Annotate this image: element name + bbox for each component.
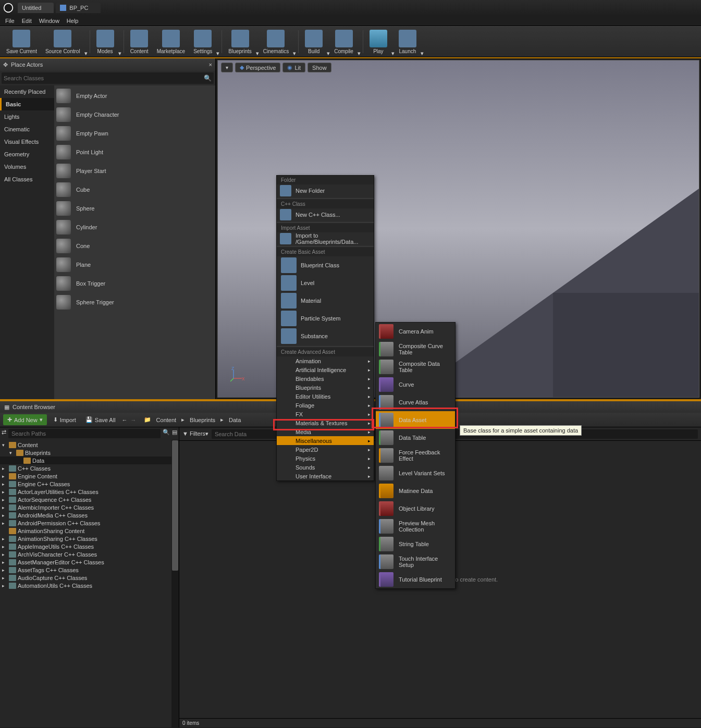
tree-node-animationsharing-content[interactable]: AnimationSharing Content bbox=[0, 527, 179, 535]
advanced-artificial-intelligence[interactable]: Artificial Intelligence▸ bbox=[277, 365, 374, 374]
actor-point-light[interactable]: Point Light bbox=[54, 143, 215, 162]
menu-file[interactable]: File bbox=[5, 18, 15, 24]
advanced-animation[interactable]: Animation▸ bbox=[277, 356, 374, 365]
tree-node-appleimageutils-c-classes[interactable]: ▸AppleImageUtils C++ Classes bbox=[0, 542, 179, 550]
submenu-level-variant-sets[interactable]: Level Variant Sets bbox=[376, 464, 455, 482]
lit-button[interactable]: ◉Lit bbox=[282, 63, 305, 72]
actor-sphere-trigger[interactable]: Sphere Trigger bbox=[54, 293, 215, 312]
save-current-button[interactable]: Save Current bbox=[2, 27, 41, 57]
submenu-composite-curve-table[interactable]: Composite Curve Table bbox=[376, 340, 455, 358]
tree-node-engine-content[interactable]: ▸Engine Content bbox=[0, 472, 179, 480]
launch-button[interactable]: Launch bbox=[395, 27, 421, 57]
tree-node-assetmanagereditor-c-classes[interactable]: ▸AssetManagerEditor C++ Classes bbox=[0, 558, 179, 566]
tree-node-audiocapture-c-classes[interactable]: ▸AudioCapture C++ Classes bbox=[0, 574, 179, 582]
basic-blueprint-class[interactable]: Blueprint Class bbox=[277, 256, 374, 274]
category-visual-effects[interactable]: Visual Effects bbox=[0, 135, 54, 148]
menu-window[interactable]: Window bbox=[39, 18, 59, 24]
perspective-button[interactable]: ◆Perspective bbox=[235, 63, 280, 72]
launch-dropdown-icon[interactable]: ▾ bbox=[421, 50, 424, 57]
tab-bp-pc[interactable]: BP_PC bbox=[56, 3, 101, 13]
actor-cone[interactable]: Cone bbox=[54, 237, 215, 255]
submenu-camera-anim[interactable]: Camera Anim bbox=[376, 323, 455, 340]
source-control-dropdown-icon[interactable]: ▾ bbox=[84, 50, 88, 57]
advanced-physics[interactable]: Physics▸ bbox=[277, 454, 374, 463]
submenu-force-feedback-effect[interactable]: Force Feedback Effect bbox=[376, 447, 455, 464]
save-all-button[interactable]: 💾Save All bbox=[82, 414, 119, 425]
category-all-classes[interactable]: All Classes bbox=[0, 173, 54, 186]
basic-substance[interactable]: Substance bbox=[277, 327, 374, 345]
settings-dropdown-icon[interactable]: ▾ bbox=[216, 50, 219, 57]
actor-empty-character[interactable]: Empty Character bbox=[54, 105, 215, 124]
new-cpp-class-item[interactable]: New C++ Class... bbox=[277, 208, 374, 221]
submenu-matinee-data[interactable]: Matinee Data bbox=[376, 482, 455, 500]
submenu-curve[interactable]: Curve bbox=[376, 376, 455, 393]
actor-player-start[interactable]: Player Start bbox=[54, 162, 215, 180]
build-button[interactable]: Build bbox=[301, 27, 327, 57]
submenu-curve-atlas[interactable]: Curve Atlas bbox=[376, 393, 455, 411]
tree-node-alembicimporter-c-classes[interactable]: ▸AlembicImporter C++ Classes bbox=[0, 503, 179, 511]
category-volumes[interactable]: Volumes bbox=[0, 161, 54, 173]
blueprints-button[interactable]: Blueprints bbox=[224, 27, 255, 57]
advanced-blendables[interactable]: Blendables▸ bbox=[277, 374, 374, 383]
breadcrumb-content[interactable]: Content bbox=[155, 416, 178, 424]
advanced-editor-utilities[interactable]: Editor Utilities▸ bbox=[277, 392, 374, 401]
category-lights[interactable]: Lights bbox=[0, 110, 54, 123]
tree-node-androidmedia-c-classes[interactable]: ▸AndroidMedia C++ Classes bbox=[0, 511, 179, 519]
category-recently-placed[interactable]: Recently Placed bbox=[0, 85, 54, 98]
settings-button[interactable]: Settings bbox=[189, 27, 216, 57]
tree-scrollbar[interactable] bbox=[171, 440, 179, 727]
import-to-item[interactable]: Import to /Game/Blueprints/Data... bbox=[277, 232, 374, 245]
advanced-user-interface[interactable]: User Interface▸ bbox=[277, 472, 374, 480]
submenu-data-asset[interactable]: Data Asset bbox=[376, 411, 455, 429]
advanced-foliage[interactable]: Foliage▸ bbox=[277, 401, 374, 410]
advanced-miscellaneous[interactable]: Miscellaneous▸ bbox=[277, 436, 374, 445]
import-button[interactable]: ⬇Import bbox=[50, 414, 79, 425]
compile-button[interactable]: Compile bbox=[330, 27, 358, 57]
folder-tree[interactable]: ▾Content▾BlueprintsData▸C++ Classes▸Engi… bbox=[0, 440, 179, 727]
submenu-preview-mesh-collection[interactable]: Preview Mesh Collection bbox=[376, 517, 455, 535]
basic-material[interactable]: Material bbox=[277, 292, 374, 310]
submenu-touch-interface-setup[interactable]: Touch Interface Setup bbox=[376, 553, 455, 571]
tree-node-archvischaracter-c-classes[interactable]: ▸ArchVisCharacter C++ Classes bbox=[0, 550, 179, 558]
place-actors-search[interactable]: 🔍 bbox=[2, 72, 214, 84]
breadcrumb-blueprints[interactable]: Blueprints bbox=[189, 416, 216, 424]
tree-node-engine-c-classes[interactable]: ▸Engine C++ Classes bbox=[0, 480, 179, 488]
tree-toggle-icon[interactable]: ⇄ bbox=[2, 429, 6, 438]
advanced-materials-textures[interactable]: Materials & Textures▸ bbox=[277, 418, 374, 427]
actor-box-trigger[interactable]: Box Trigger bbox=[54, 274, 215, 293]
tree-node-automationutils-c-classes[interactable]: ▸AutomationUtils C++ Classes bbox=[0, 582, 179, 589]
actor-plane[interactable]: Plane bbox=[54, 255, 215, 274]
actor-empty-pawn[interactable]: Empty Pawn bbox=[54, 124, 215, 143]
category-basic[interactable]: Basic bbox=[0, 98, 54, 110]
close-icon[interactable]: × bbox=[209, 61, 212, 68]
filters-button[interactable]: ▼ Filters▾ bbox=[182, 430, 208, 437]
category-geometry[interactable]: Geometry bbox=[0, 148, 54, 161]
viewport-options-dropdown[interactable]: ▾ bbox=[221, 63, 233, 72]
search-classes-input[interactable] bbox=[4, 75, 204, 81]
modes-button[interactable]: Modes bbox=[92, 27, 118, 57]
tree-node-assettags-c-classes[interactable]: ▸AssetTags C++ Classes bbox=[0, 566, 179, 574]
play-button[interactable]: Play bbox=[365, 27, 391, 57]
menu-edit[interactable]: Edit bbox=[22, 18, 32, 24]
tree-options-icon[interactable]: ▤ bbox=[172, 429, 177, 438]
tree-node-actorlayerutilities-c-classes[interactable]: ▸ActorLayerUtilities C++ Classes bbox=[0, 488, 179, 496]
show-button[interactable]: Show bbox=[308, 63, 331, 72]
content-button[interactable]: Content bbox=[126, 27, 153, 57]
advanced-sounds[interactable]: Sounds▸ bbox=[277, 463, 374, 472]
menu-help[interactable]: Help bbox=[67, 18, 79, 24]
history-forward-button[interactable]: → bbox=[131, 417, 137, 423]
basic-level[interactable]: Level bbox=[277, 274, 374, 292]
basic-particle-system[interactable]: Particle System bbox=[277, 310, 374, 327]
add-new-button[interactable]: ✚Add New▾ bbox=[3, 414, 47, 425]
compile-dropdown-icon[interactable]: ▾ bbox=[358, 50, 361, 57]
actor-empty-actor[interactable]: Empty Actor bbox=[54, 87, 215, 105]
tree-node-actorsequence-c-classes[interactable]: ▸ActorSequence C++ Classes bbox=[0, 496, 179, 503]
tree-node-c-classes[interactable]: ▸C++ Classes bbox=[0, 464, 179, 472]
folder-icon[interactable]: 📁 bbox=[143, 415, 152, 424]
actor-cylinder[interactable]: Cylinder bbox=[54, 218, 215, 237]
cinematics-button[interactable]: Cinematics bbox=[259, 27, 293, 57]
actor-cube[interactable]: Cube bbox=[54, 180, 215, 199]
search-paths-input[interactable] bbox=[8, 429, 161, 438]
submenu-data-table[interactable]: Data Table bbox=[376, 429, 455, 447]
tree-node-blueprints[interactable]: ▾Blueprints bbox=[0, 449, 179, 456]
